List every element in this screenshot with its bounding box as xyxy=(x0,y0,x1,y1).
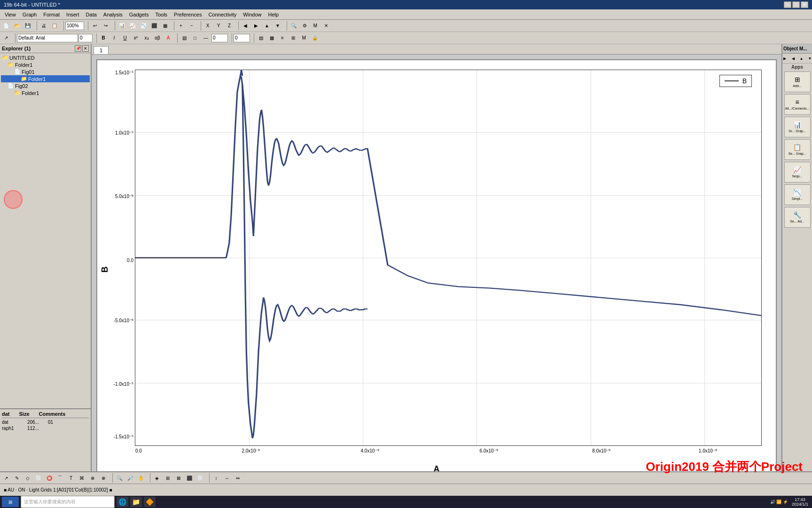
undo-btn[interactable]: ↩ xyxy=(90,21,100,31)
italic-btn[interactable]: I xyxy=(109,33,119,43)
menu-view[interactable]: View xyxy=(2,11,19,18)
tb-add-col[interactable]: + xyxy=(176,21,186,31)
bt-18[interactable]: ⬜ xyxy=(195,473,205,483)
tb-plot2[interactable]: 📈 xyxy=(127,21,138,31)
tb-settings[interactable]: ⚙ xyxy=(299,21,310,31)
tb-nav1[interactable]: ◀ xyxy=(240,21,250,31)
rp-all-connectors-btn[interactable]: ≡ All.../Connecto... xyxy=(784,94,811,115)
taskbar-ie[interactable]: 🌐 xyxy=(117,497,128,507)
bt-zoomin[interactable]: 🔎 xyxy=(125,473,135,483)
subscript-btn[interactable]: x₂ xyxy=(141,33,152,43)
bt-1[interactable]: ↗ xyxy=(1,473,11,483)
taskbar-app[interactable]: 🔶 xyxy=(144,497,156,507)
bt-16[interactable]: ⊠ xyxy=(173,473,184,483)
menu-preferences[interactable]: Preferences xyxy=(171,11,204,18)
bt-5[interactable]: ⭕ xyxy=(44,473,55,483)
text-cursor[interactable]: ↗ xyxy=(1,33,11,43)
rp-simpl-btn[interactable]: 📉 Simpl... xyxy=(784,184,811,205)
redo-btn[interactable]: ↪ xyxy=(101,21,111,31)
menu-format[interactable]: Format xyxy=(40,11,62,18)
line-btn[interactable]: — xyxy=(201,33,211,43)
bt-2[interactable]: ✎ xyxy=(12,473,22,483)
minimize-button[interactable]: — xyxy=(784,1,791,8)
tree-item-untitled[interactable]: 📁 UNTITLED xyxy=(1,54,90,61)
bt-9[interactable]: ⊕ xyxy=(87,473,98,483)
rp-add-btn[interactable]: ⊞ Add... xyxy=(784,71,811,92)
explorer-pin-btn[interactable]: 📌 xyxy=(75,45,81,52)
menu-gadgets[interactable]: Gadgets xyxy=(126,11,152,18)
rp-graph2-btn[interactable]: 📋 Se... Grap... xyxy=(784,139,811,160)
rp-sequ-btn[interactable]: 📈 Sequ... xyxy=(784,162,811,183)
tree-item-fig02[interactable]: 📄 Fig02 xyxy=(1,82,90,89)
bt-pan[interactable]: ✋ xyxy=(136,473,146,483)
tb-y[interactable]: Y xyxy=(213,21,224,31)
bt-19[interactable]: ↕ xyxy=(211,473,221,483)
tb-z[interactable]: Z xyxy=(224,21,234,31)
superscript-btn[interactable]: x² xyxy=(131,33,141,43)
tb-plot4[interactable]: ⬛ xyxy=(149,21,159,31)
copy-btn[interactable]: 📋 xyxy=(49,21,60,31)
tb-find[interactable]: 🔍 xyxy=(289,21,299,31)
tree-item-fig01[interactable]: 📄 Fig01 xyxy=(1,68,90,75)
bt-20[interactable]: ↔ xyxy=(222,473,232,483)
start-button[interactable]: ⊞ xyxy=(2,497,19,507)
tb-plot1[interactable]: 📊 xyxy=(117,21,127,31)
tb-m[interactable]: M xyxy=(310,21,320,31)
tb-plot5[interactable]: ▦ xyxy=(160,21,170,31)
line-width-input[interactable] xyxy=(211,34,228,42)
fill-btn[interactable]: ▧ xyxy=(179,33,189,43)
tab-1[interactable]: 1 xyxy=(94,46,109,54)
taskbar-search[interactable]: 这里输入你要搜索的内容 xyxy=(21,496,115,508)
merge-btn[interactable]: ⊞ xyxy=(288,33,298,43)
align-btn[interactable]: ≡ xyxy=(277,33,288,43)
rp-icon2[interactable]: ◀ xyxy=(789,55,797,62)
menu-insert[interactable]: Insert xyxy=(63,11,82,18)
print-btn[interactable]: 🖨 xyxy=(39,21,49,31)
tb-nav4[interactable]: ▼ xyxy=(273,21,283,31)
bt-4[interactable]: ⬜ xyxy=(33,473,44,483)
tb-close[interactable]: ✕ xyxy=(321,21,331,31)
menu-help[interactable]: Help xyxy=(265,11,281,18)
new-btn[interactable]: 📄 xyxy=(1,21,11,31)
tb-m2[interactable]: M xyxy=(299,33,309,43)
zoom-input[interactable] xyxy=(65,22,84,30)
bt-7[interactable]: T xyxy=(66,473,76,483)
bt-6[interactable]: ⌒ xyxy=(55,473,65,483)
tb-lock[interactable]: 🔒 xyxy=(310,33,320,43)
underline-btn[interactable]: U xyxy=(120,33,130,43)
tb-plot3[interactable]: 📉 xyxy=(138,21,148,31)
save-btn[interactable]: 💾 xyxy=(23,21,33,31)
table-btn[interactable]: ▦ xyxy=(266,33,277,43)
font-name-input[interactable] xyxy=(17,34,78,42)
greek-btn[interactable]: αβ xyxy=(152,33,163,43)
fontcolor-btn[interactable]: A xyxy=(163,33,173,43)
tb-x[interactable]: X xyxy=(203,21,213,31)
menu-connectivity[interactable]: Connectivity xyxy=(205,11,239,18)
tree-item-folder1-2[interactable]: 📁 Folder1 xyxy=(1,89,90,96)
rp-icon1[interactable]: ▶ xyxy=(781,55,789,62)
bold-btn[interactable]: B xyxy=(98,33,109,43)
rp-graph1-btn[interactable]: 📊 Gr... Grap... xyxy=(784,117,811,137)
tb-nav2[interactable]: ▶ xyxy=(251,21,261,31)
maximize-button[interactable]: □ xyxy=(792,1,800,8)
menu-analysis[interactable]: Analysis xyxy=(101,11,125,18)
open-btn[interactable]: 📂 xyxy=(12,21,22,31)
menu-tools[interactable]: Tools xyxy=(152,11,170,18)
border-btn[interactable]: □ xyxy=(190,33,200,43)
explorer-close-btn[interactable]: ✕ xyxy=(82,45,89,52)
menu-graph[interactable]: Graph xyxy=(20,11,40,18)
tb-del-col[interactable]: − xyxy=(187,21,197,31)
tree-item-folder1-selected[interactable]: 📁 Folder1 xyxy=(1,75,90,82)
bt-15[interactable]: ⊞ xyxy=(163,473,173,483)
hatch-btn[interactable]: ▤ xyxy=(256,33,266,43)
tree-item-folder1[interactable]: 📁 Folder1 xyxy=(1,61,90,68)
bt-21[interactable]: ⇔ xyxy=(233,473,243,483)
taskbar-files[interactable]: 📁 xyxy=(130,497,142,507)
close-button[interactable]: ✕ xyxy=(801,1,808,8)
rp-icon4[interactable]: ▼ xyxy=(806,55,812,62)
font-size-input[interactable] xyxy=(78,34,93,42)
tb-nav3[interactable]: ▲ xyxy=(262,21,272,31)
menu-data[interactable]: Data xyxy=(83,11,100,18)
bt-3[interactable]: ◇ xyxy=(23,473,33,483)
bt-zoom[interactable]: 🔍 xyxy=(114,473,125,483)
